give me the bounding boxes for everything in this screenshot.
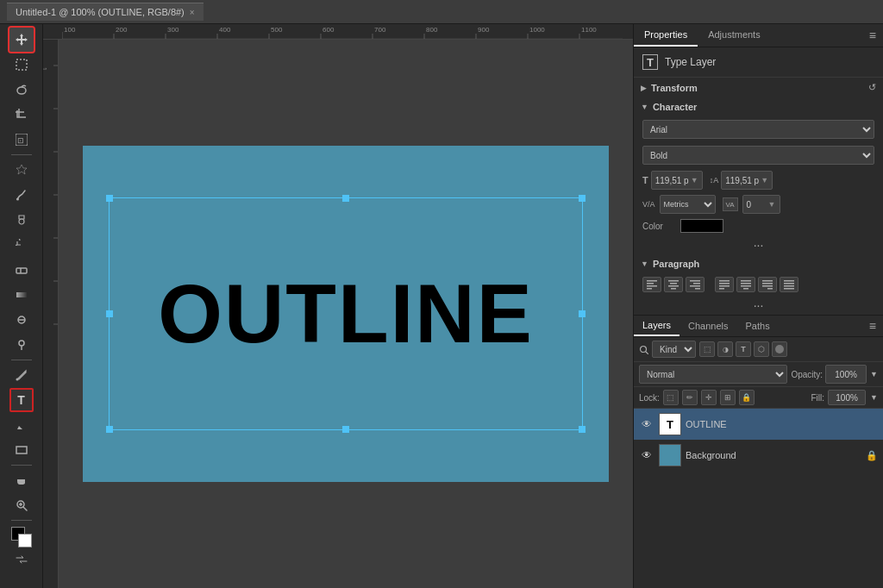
blur-tool[interactable] [9, 308, 34, 332]
layer-visibility-background[interactable]: 👁 [639, 447, 654, 463]
font-style-select[interactable]: Bold [642, 146, 874, 165]
history-brush-tool[interactable] [9, 233, 34, 257]
tracking-icon: V/A [642, 200, 655, 209]
svg-rect-61 [690, 285, 700, 287]
tab-paths[interactable]: Paths [737, 316, 779, 335]
gradient-tool[interactable] [9, 283, 34, 307]
tab-close-button[interactable]: × [190, 8, 195, 17]
properties-menu-icon[interactable]: ≡ [862, 25, 883, 46]
tab-adjustments[interactable]: Adjustments [698, 24, 771, 47]
switch-colors-button[interactable] [14, 552, 29, 567]
filter-shape-icon[interactable]: ⬡ [754, 341, 769, 357]
color-swatch[interactable] [680, 219, 723, 233]
filter-adjustment-icon[interactable]: ◑ [717, 341, 733, 357]
font-family-select[interactable]: Arial [642, 120, 874, 139]
layers-menu-icon[interactable]: ≡ [862, 316, 883, 336]
justify-right-button[interactable] [758, 277, 777, 292]
eyedropper-tool[interactable]: ⊡ [9, 128, 34, 152]
font-size-dropdown-icon: ▼ [691, 176, 698, 185]
selection-handle-mr[interactable] [579, 310, 586, 317]
path-selection-tool[interactable] [9, 413, 34, 437]
type-tool[interactable]: T [9, 388, 34, 412]
brush-tool[interactable] [9, 183, 34, 207]
character-more-options[interactable]: ··· [634, 235, 883, 254]
color-swatches [9, 525, 34, 549]
paragraph-label: Paragraph [653, 259, 699, 269]
layer-item-outline[interactable]: 👁 T OUTLINE [634, 409, 883, 440]
layer-item-background[interactable]: 👁 Background 🔒 [634, 440, 883, 471]
rectangular-marquee-tool[interactable] [9, 53, 34, 77]
kerning-dropdown-icon: ▼ [768, 200, 776, 209]
right-panel: Properties Adjustments ≡ T Type Layer ▶ … [633, 24, 883, 588]
zoom-tool[interactable] [9, 493, 34, 517]
align-right-button[interactable] [686, 277, 705, 292]
lock-image-button[interactable]: ✏ [682, 390, 698, 405]
crop-tool[interactable] [9, 103, 34, 127]
svg-rect-60 [693, 283, 700, 285]
svg-text:1000: 1000 [529, 26, 545, 34]
lock-position-button[interactable]: ✛ [701, 390, 717, 405]
selection-handle-tr[interactable] [579, 195, 586, 202]
pen-tool[interactable] [9, 363, 34, 387]
transform-section-header[interactable]: ▶ Transform ↺ [634, 78, 883, 97]
opacity-input[interactable]: 100% [825, 365, 867, 384]
justify-center-button[interactable] [736, 277, 755, 292]
selection-handle-ml[interactable] [106, 310, 113, 317]
leading-input[interactable]: 119,51 p ▼ [721, 171, 773, 190]
paragraph-more-options[interactable]: ··· [634, 296, 883, 315]
svg-rect-73 [762, 285, 773, 287]
layers-filter-select[interactable]: Kind [652, 341, 696, 358]
svg-rect-64 [719, 283, 730, 285]
svg-rect-70 [743, 288, 748, 290]
selection-handle-bc[interactable] [342, 426, 349, 433]
eraser-tool[interactable] [9, 258, 34, 282]
kerning-input[interactable]: 0 ▼ [742, 195, 780, 214]
align-left-button[interactable] [642, 277, 661, 292]
tab-layers[interactable]: Layers [634, 316, 679, 336]
svg-text:400: 400 [219, 26, 231, 34]
lasso-tool[interactable] [9, 78, 34, 102]
layer-visibility-outline[interactable]: 👁 [639, 416, 654, 432]
filter-type-icon[interactable]: T [736, 341, 751, 357]
fill-input[interactable]: 100% [828, 390, 866, 405]
selection-handle-tc[interactable] [342, 195, 349, 202]
selection-handle-tl[interactable] [106, 195, 113, 202]
lock-row: Lock: ⬚ ✏ ✛ ⊞ 🔒 Fill: 100% ▼ [634, 387, 883, 409]
tab-properties[interactable]: Properties [634, 24, 698, 47]
svg-rect-0 [16, 59, 27, 70]
tab-channels[interactable]: Channels [679, 316, 736, 335]
svg-rect-8 [16, 292, 27, 297]
opacity-label: Opacity: [791, 370, 823, 379]
selection-handle-br[interactable] [579, 426, 586, 433]
character-section-header[interactable]: ▼ Character [634, 97, 883, 116]
blend-mode-select[interactable]: Normal [639, 365, 787, 384]
lock-transparent-button[interactable]: ⬚ [663, 390, 679, 405]
hand-tool[interactable] [9, 468, 34, 492]
selection-handle-bl[interactable] [106, 426, 113, 433]
paragraph-section-header[interactable]: ▼ Paragraph [634, 254, 883, 273]
move-tool[interactable] [9, 28, 34, 52]
lock-artboard-button[interactable]: ⊞ [720, 390, 736, 405]
document-tab[interactable]: Untitled-1 @ 100% (OUTLINE, RGB/8#) × [7, 3, 204, 21]
rectangle-shape-tool[interactable] [9, 438, 34, 462]
healing-brush-tool[interactable] [9, 158, 34, 182]
layer-thumb-outline: T [659, 413, 681, 435]
svg-rect-55 [668, 280, 679, 282]
justify-all-button[interactable] [780, 277, 798, 292]
tracking-select[interactable]: Metrics [660, 195, 716, 214]
svg-rect-52 [647, 283, 654, 285]
clone-stamp-tool[interactable] [9, 208, 34, 232]
fill-label: Fill: [811, 393, 825, 403]
justify-left-button[interactable] [715, 277, 734, 292]
align-center-button[interactable] [664, 277, 683, 292]
filter-smart-object-icon[interactable] [772, 341, 787, 357]
dodge-tool[interactable] [9, 333, 34, 357]
font-size-input[interactable]: 119,51 p ▼ [651, 171, 703, 190]
transform-reset-icon[interactable]: ↺ [868, 82, 876, 93]
lock-all-button[interactable]: 🔒 [739, 390, 755, 405]
background-color[interactable] [18, 534, 32, 547]
filter-pixel-icon[interactable]: ⬚ [699, 341, 715, 357]
canvas-scroll-area[interactable]: OUTLINE [59, 40, 633, 588]
svg-rect-6 [16, 268, 27, 273]
svg-point-10 [19, 341, 24, 346]
